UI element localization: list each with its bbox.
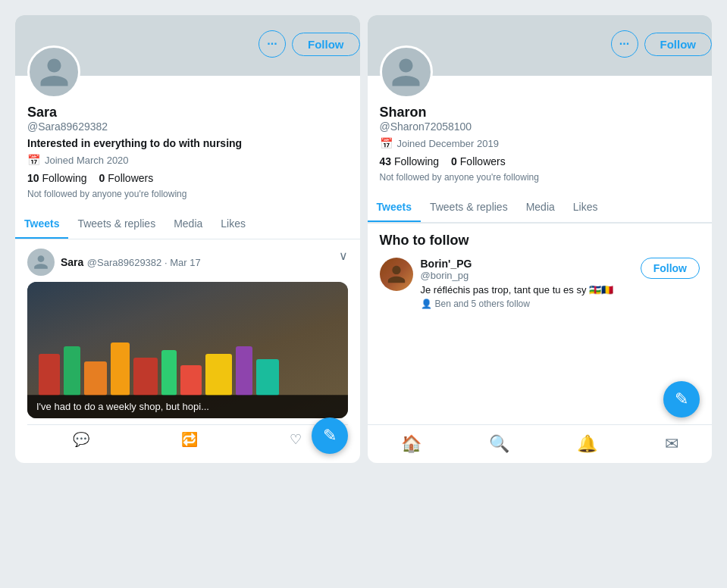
- left-profile-name: Sara: [27, 105, 348, 120]
- right-person-icon: [389, 55, 423, 89]
- person-icon: [37, 55, 71, 89]
- right-panel-inner: ··· Follow Sharon @Sharon72058100 📅 Join…: [368, 15, 713, 463]
- left-tweet-username: Sara: [61, 256, 83, 268]
- suggestion-name: Borin'_PG: [421, 258, 633, 270]
- left-tab-tweets[interactable]: Tweets: [15, 208, 68, 239]
- left-tweet-user: Sara @Sara89629382 · Mar 17: [27, 249, 201, 276]
- right-avatar-wrapper: [380, 45, 700, 99]
- left-tweet-image: I've had to do a weekly shop, but hopi..…: [27, 282, 348, 418]
- suggestion-person-icon: [386, 264, 407, 285]
- left-tweet-section-wrap: Sara @Sara89629382 · Mar 17 ∨: [15, 239, 360, 463]
- left-compose-fab[interactable]: ✎: [312, 418, 348, 454]
- right-tab-likes[interactable]: Likes: [564, 192, 607, 222]
- left-tab-media[interactable]: Media: [165, 208, 212, 239]
- suggestion-bio: Je réfléchis pas trop, tant que tu es sy…: [421, 284, 633, 296]
- right-profile-panel: ··· Follow Sharon @Sharon72058100 📅 Join…: [368, 15, 713, 463]
- left-followers-stat[interactable]: 0 Followers: [99, 172, 154, 184]
- bottom-nav: 🏠 🔍 🔔 ✉: [368, 424, 713, 463]
- right-calendar-icon: 📅: [380, 137, 393, 149]
- right-tab-media[interactable]: Media: [517, 192, 564, 222]
- who-to-follow-section: Who to follow Borin'_PG @borin_pg Je réf…: [368, 223, 713, 318]
- left-tweet-image-overlay: I've had to do a weekly shop, but hopi..…: [27, 395, 348, 418]
- followers-person-icon: 👤: [421, 299, 432, 309]
- suggestion-followers: 👤 Ben and 5 others follow: [421, 299, 633, 309]
- right-following-stat[interactable]: 43 Following: [380, 155, 440, 167]
- left-profile-bio: Interested in everything to do with nurs…: [27, 137, 348, 149]
- suggestion-handle: @borin_pg: [421, 270, 633, 281]
- left-tab-likes[interactable]: Likes: [212, 208, 255, 239]
- left-tweet-chevron-icon[interactable]: ∨: [339, 249, 348, 263]
- right-profile-handle: @Sharon72058100: [380, 120, 700, 133]
- right-tab-tweets[interactable]: Tweets: [368, 192, 421, 222]
- suggestion-info: Borin'_PG @borin_pg Je réfléchis pas tro…: [421, 258, 633, 309]
- left-avatar-wrapper: [27, 45, 348, 99]
- right-profile-stats: 43 Following 0 Followers: [380, 155, 700, 167]
- left-tweet-avatar: [27, 249, 55, 276]
- calendar-icon: 📅: [27, 154, 40, 166]
- bottom-nav-search[interactable]: 🔍: [489, 434, 509, 454]
- tweet-person-icon: [33, 254, 49, 271]
- left-joined-text: Joined March 2020: [45, 155, 129, 166]
- bottom-nav-messages[interactable]: ✉: [665, 434, 678, 454]
- follow-suggestion: Borin'_PG @borin_pg Je réfléchis pas tro…: [380, 258, 700, 309]
- left-tweet-section: Sara @Sara89629382 · Mar 17 ∨: [15, 239, 360, 463]
- reply-button[interactable]: 💬: [73, 431, 89, 448]
- left-profile-panel: ··· Follow Sara @Sara89629382 Interested…: [15, 15, 360, 463]
- suggestion-follow-button[interactable]: Follow: [641, 258, 700, 279]
- right-compose-fab[interactable]: ✎: [663, 381, 700, 418]
- suggestion-avatar: [380, 258, 413, 291]
- left-not-followed: Not followed by anyone you're following: [27, 189, 348, 199]
- left-profile-meta: 📅 Joined March 2020: [27, 154, 348, 166]
- right-tabs: Tweets Tweets & replies Media Likes: [368, 192, 713, 223]
- like-button[interactable]: ♡: [290, 431, 302, 448]
- left-tweet-header: Sara @Sara89629382 · Mar 17 ∨: [27, 249, 348, 276]
- left-tweet-actions: 💬 🔁 ♡: [27, 424, 348, 454]
- right-profile-name: Sharon: [380, 105, 700, 120]
- retweet-button[interactable]: 🔁: [181, 431, 198, 448]
- left-panel-body: ··· Follow Sara @Sara89629382 Interested…: [15, 76, 360, 208]
- bottom-nav-home[interactable]: 🏠: [401, 434, 421, 454]
- left-avatar: [27, 45, 80, 99]
- left-profile-stats: 10 Following 0 Followers: [27, 172, 348, 184]
- left-tab-replies[interactable]: Tweets & replies: [68, 208, 165, 239]
- left-tabs: Tweets Tweets & replies Media Likes: [15, 208, 360, 239]
- right-not-followed: Not followed by anyone you're following: [380, 172, 700, 183]
- right-tab-replies[interactable]: Tweets & replies: [421, 192, 517, 222]
- right-followers-stat[interactable]: 0 Followers: [451, 155, 506, 167]
- left-following-stat[interactable]: 10 Following: [27, 172, 87, 184]
- right-joined-text: Joined December 2019: [397, 138, 499, 149]
- left-tweet-username-area: Sara @Sara89629382 · Mar 17: [61, 255, 201, 269]
- who-to-follow-title: Who to follow: [380, 233, 700, 249]
- right-profile-meta: 📅 Joined December 2019: [380, 137, 700, 149]
- right-avatar: [380, 45, 433, 99]
- bottom-nav-notifications[interactable]: 🔔: [577, 434, 597, 454]
- left-profile-handle: @Sara89629382: [27, 120, 348, 133]
- right-panel-body: ··· Follow Sharon @Sharon72058100 📅 Join…: [368, 76, 713, 192]
- left-tweet-date: @Sara89629382 · Mar 17: [87, 257, 201, 268]
